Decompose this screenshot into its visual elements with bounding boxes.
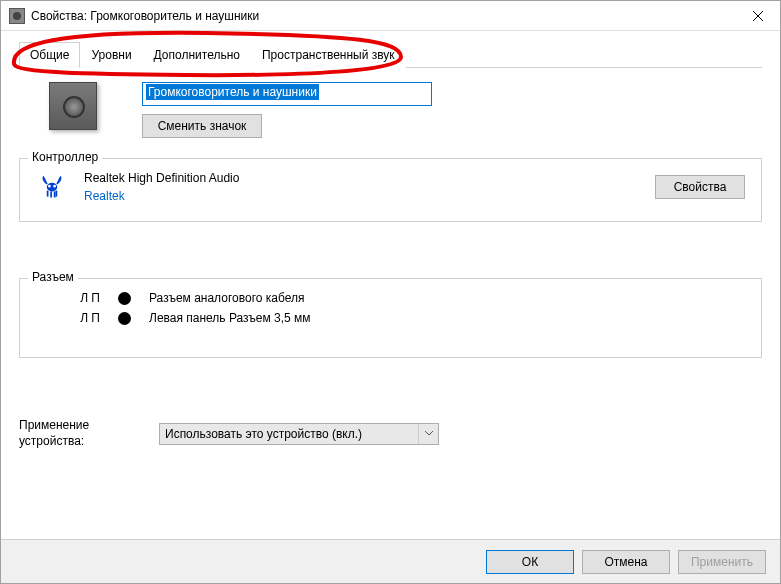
change-icon-button[interactable]: Сменить значок (142, 114, 262, 138)
close-icon (753, 11, 763, 21)
controller-group: Контроллер Realtek High Definition Audio… (19, 158, 762, 222)
svg-rect-1 (47, 191, 49, 197)
jack-row: Л П Левая панель Разъем 3,5 мм (36, 311, 745, 325)
jack-row: Л П Разъем аналогового кабеля (36, 291, 745, 305)
ok-button[interactable]: ОК (486, 550, 574, 574)
tab-content: Общие Уровни Дополнительно Пространствен… (1, 31, 780, 449)
close-button[interactable] (735, 1, 780, 30)
window-title: Свойства: Громкоговоритель и наушники (31, 9, 735, 23)
dialog-footer: ОК Отмена Применить (1, 539, 780, 583)
jack-lr-label: Л П (76, 291, 100, 305)
controller-vendor-link[interactable]: Realtek (84, 189, 639, 203)
jack-color-dot (118, 312, 131, 325)
speaker-window-icon (9, 8, 25, 24)
svg-rect-4 (56, 191, 58, 197)
jack-group: Разъем Л П Разъем аналогового кабеля Л П… (19, 278, 762, 358)
usage-row: Применение устройства: Использовать это … (19, 418, 762, 449)
jack-color-dot (118, 292, 131, 305)
jack-label: Левая панель Разъем 3,5 мм (149, 311, 311, 325)
svg-rect-3 (54, 191, 56, 197)
controller-properties-button[interactable]: Свойства (655, 175, 745, 199)
tab-strip: Общие Уровни Дополнительно Пространствен… (19, 41, 762, 68)
tab-spatial[interactable]: Пространственный звук (251, 42, 406, 68)
cancel-button[interactable]: Отмена (582, 550, 670, 574)
svg-point-5 (48, 185, 51, 188)
usage-label: Применение устройства: (19, 418, 119, 449)
svg-rect-2 (50, 191, 52, 197)
device-header: Громкоговоритель и наушники Сменить знач… (19, 82, 762, 138)
jack-label: Разъем аналогового кабеля (149, 291, 304, 305)
apply-button[interactable]: Применить (678, 550, 766, 574)
controller-group-title: Контроллер (28, 150, 102, 164)
controller-name: Realtek High Definition Audio (84, 171, 639, 185)
tab-levels[interactable]: Уровни (80, 42, 142, 68)
svg-point-0 (47, 183, 58, 192)
jack-group-title: Разъем (28, 270, 78, 284)
titlebar: Свойства: Громкоговоритель и наушники (1, 1, 780, 31)
jack-lr-label: Л П (76, 311, 100, 325)
realtek-crab-icon (36, 171, 68, 203)
speaker-device-icon (49, 82, 97, 130)
svg-point-6 (53, 185, 56, 188)
tab-general[interactable]: Общие (19, 42, 80, 68)
usage-select[interactable]: Использовать это устройство (вкл.) (159, 423, 439, 445)
tab-advanced[interactable]: Дополнительно (143, 42, 251, 68)
device-name-input[interactable]: Громкоговоритель и наушники (142, 82, 432, 106)
